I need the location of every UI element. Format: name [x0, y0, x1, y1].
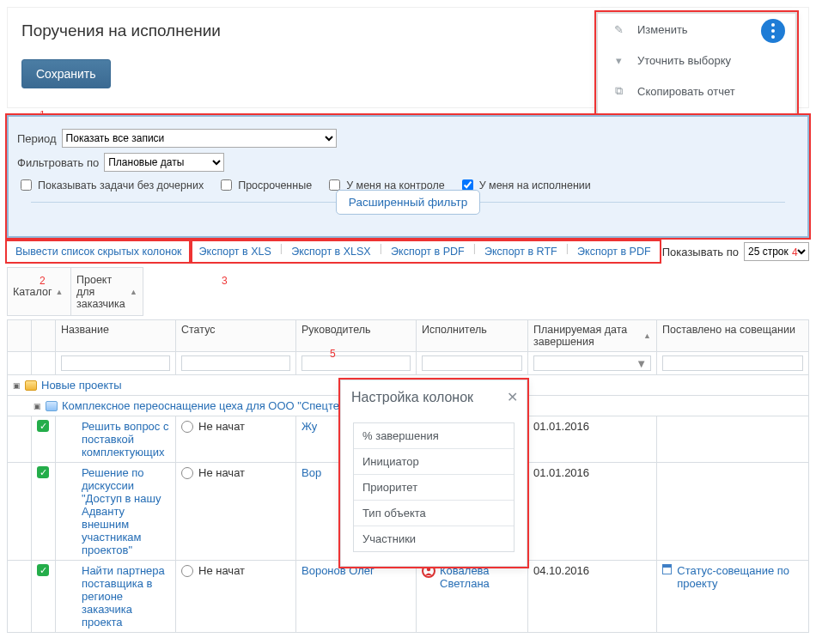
manager-link[interactable]: Жу: [301, 420, 317, 433]
col-assignee[interactable]: Исполнитель: [417, 320, 528, 352]
manager-link[interactable]: Вор: [301, 466, 321, 479]
check-no-children[interactable]: Показывать задачи без дочерних: [17, 177, 204, 193]
col-option[interactable]: % завершения: [354, 423, 514, 449]
ctx-refine[interactable]: ▾Уточнить выборку: [598, 45, 795, 76]
export-xlsx-button[interactable]: Экспорт в XLSX: [283, 241, 380, 262]
filter-manager[interactable]: [301, 355, 411, 371]
toolbar: Вывести список скрытых колонок Экспорт в…: [7, 241, 809, 262]
close-icon[interactable]: ✕: [507, 389, 518, 405]
col-option[interactable]: Тип объекта: [354, 501, 514, 526]
group-header-table: Каталог▲ Проект для заказчика▲: [7, 267, 143, 316]
sort-asc-icon: ▲: [130, 288, 137, 296]
assignee-link[interactable]: Ковалева Светлана: [440, 564, 522, 590]
sort-asc-icon: ▲: [55, 288, 63, 296]
task-link[interactable]: Решение по дискуссии "Доступ в нашу Адва…: [82, 466, 170, 556]
column-settings-popup: Настройка колонок ✕ % завершения Инициат…: [340, 380, 527, 567]
more-actions-button[interactable]: [761, 19, 785, 43]
svg-point-0: [427, 568, 430, 571]
col-option[interactable]: Участники: [354, 526, 514, 551]
show-per-label: Показывать по: [662, 246, 739, 258]
check-overdue[interactable]: Просроченные: [217, 177, 312, 193]
filter-status[interactable]: [181, 355, 290, 371]
callout-4: 4: [792, 246, 798, 258]
col-meeting[interactable]: Поставлено на совещании: [657, 320, 809, 352]
callout-3: 3: [222, 275, 228, 287]
show-hidden-columns-button[interactable]: Вывести список скрытых колонок: [7, 241, 191, 262]
filter-assignee[interactable]: [422, 355, 522, 371]
expand-icon: ▣: [13, 381, 21, 390]
filter-title[interactable]: [61, 355, 170, 371]
col-due[interactable]: Планируемая дата завершения▲: [528, 320, 657, 352]
check-icon: ✓: [37, 564, 49, 576]
pencil-icon: ✎: [610, 22, 627, 36]
check-icon: ✓: [37, 466, 49, 478]
meeting-link[interactable]: Статус-совещание по проекту: [677, 564, 803, 590]
filter-meeting[interactable]: [662, 355, 803, 371]
funnel-icon: ▾: [610, 53, 627, 67]
col-title[interactable]: Название: [56, 320, 176, 352]
filterby-select[interactable]: Плановые даты: [104, 153, 224, 172]
subfolder-icon: [46, 401, 58, 411]
period-select[interactable]: Показать все записи: [62, 129, 337, 148]
table-row: ✓ Найти партнера поставщика в регионе за…: [8, 561, 809, 633]
check-icon: ✓: [37, 420, 49, 432]
sort-asc-icon: ▲: [643, 331, 651, 340]
show-per-select[interactable]: 25 строк: [744, 242, 809, 261]
col-option[interactable]: Инициатор: [354, 449, 514, 475]
export-pdf-button[interactable]: Экспорт в PDF: [382, 241, 473, 262]
status-icon: [181, 467, 193, 479]
task-link[interactable]: Найти партнера поставщика в регионе зака…: [82, 564, 170, 629]
advanced-filter-button[interactable]: Расширенный фильтр: [336, 190, 480, 215]
copy-icon: ⧉: [610, 84, 627, 98]
save-button[interactable]: Сохранить: [21, 59, 111, 88]
filterby-label: Фильтровать по: [17, 156, 99, 169]
filter-panel: Период Показать все записи Фильтровать п…: [7, 115, 809, 238]
ctx-copy[interactable]: ⧉Скопировать отчет: [598, 76, 795, 106]
task-link[interactable]: Решить вопрос с поставкой комплектующих: [82, 420, 170, 459]
period-label: Период: [17, 132, 57, 145]
popup-title: Настройка колонок: [351, 390, 473, 405]
export-xls-button[interactable]: Экспорт в XLS: [191, 241, 280, 262]
col-manager[interactable]: Руководитель: [296, 320, 417, 352]
status-icon: [181, 421, 193, 433]
col-status[interactable]: Статус: [176, 320, 296, 352]
group-project-header[interactable]: Проект для заказчика▲: [71, 268, 143, 316]
export-rtf-button[interactable]: Экспорт в RTF: [476, 241, 566, 262]
export-pdf2-button[interactable]: Экспорт в PDF: [569, 241, 660, 262]
expand-icon: ▣: [33, 402, 41, 410]
calendar-icon: [662, 564, 672, 574]
folder-icon: [25, 380, 37, 391]
col-option[interactable]: Приоритет: [354, 475, 514, 501]
status-icon: [181, 565, 193, 577]
filter-due[interactable]: ▼: [533, 355, 651, 371]
callout-5: 5: [330, 348, 336, 360]
callout-2: 2: [40, 275, 46, 287]
